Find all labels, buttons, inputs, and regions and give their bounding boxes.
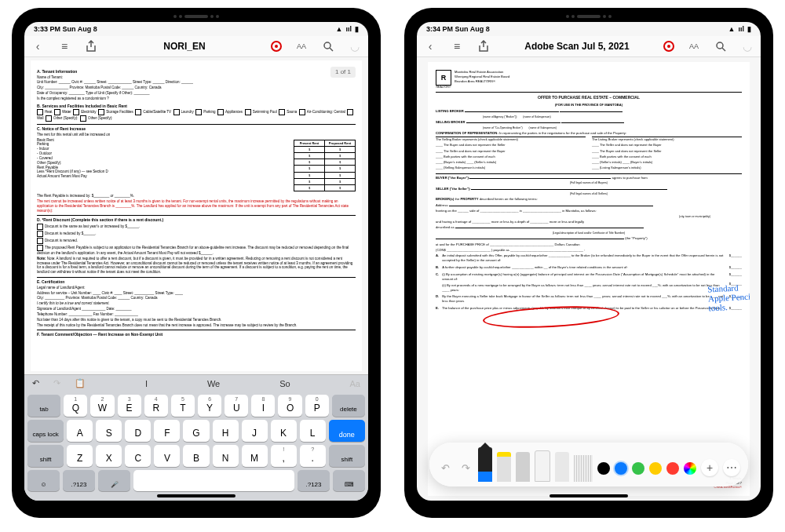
key-H[interactable]: H bbox=[213, 420, 239, 442]
key-M[interactable]: M bbox=[242, 445, 268, 467]
text-format-icon[interactable]: Aa bbox=[350, 379, 360, 388]
bookmark-icon[interactable]: ◡ bbox=[348, 39, 362, 53]
text-size-icon[interactable]: AA bbox=[687, 39, 701, 53]
predict-2[interactable]: We bbox=[207, 379, 220, 388]
key-space[interactable] bbox=[133, 470, 294, 491]
svg-point-0 bbox=[324, 42, 330, 49]
app-toolbar: ‹ ≡ Adobe Scan Jul 5, 2021 AA ◡ bbox=[417, 36, 761, 57]
status-bar: 3:34 PM Sun Aug 8 ▲ııl▮ bbox=[417, 22, 761, 36]
key-A[interactable]: A bbox=[67, 420, 93, 442]
key-N[interactable]: N bbox=[213, 445, 239, 467]
home-indicator[interactable] bbox=[550, 494, 628, 497]
doc-title: NORI_EN bbox=[111, 41, 258, 52]
key-tab[interactable]: tab bbox=[27, 395, 60, 417]
redo-icon[interactable]: ↷ bbox=[53, 378, 60, 388]
key-sym2[interactable]: .?123 bbox=[298, 470, 330, 491]
back-icon[interactable]: ‹ bbox=[31, 39, 45, 53]
predict-1[interactable]: I bbox=[145, 379, 148, 388]
text-size-icon[interactable]: AA bbox=[294, 39, 309, 53]
key-shift[interactable]: shift bbox=[27, 445, 64, 467]
markup-icon[interactable] bbox=[271, 41, 282, 52]
handwriting-annotation: StandardApple Penciltools. bbox=[707, 282, 750, 313]
key-O[interactable]: O9 bbox=[278, 395, 301, 417]
key-mic[interactable]: 🎤 bbox=[98, 470, 130, 491]
color-green[interactable] bbox=[632, 462, 644, 475]
lasso-tool[interactable] bbox=[555, 452, 569, 482]
ipad-right: 3:34 PM Sun Aug 8 ▲ııl▮ ‹ ≡ Adobe Scan J… bbox=[404, 8, 773, 518]
color-red[interactable] bbox=[666, 462, 679, 475]
key-S[interactable]: S bbox=[96, 420, 122, 442]
predict-3[interactable]: So bbox=[279, 379, 290, 388]
bookmark-icon[interactable]: ◡ bbox=[740, 39, 754, 53]
doc-title: Adobe Scan Jul 5, 2021 bbox=[503, 41, 651, 52]
key-done[interactable]: done bbox=[329, 420, 365, 442]
key-emoji[interactable]: ☺ bbox=[27, 470, 60, 491]
key-C[interactable]: C bbox=[125, 445, 151, 467]
document-page[interactable]: 1 of 1 A. Tenant Information Name of Ten… bbox=[31, 60, 362, 371]
key-K[interactable]: K bbox=[271, 420, 297, 442]
key-R[interactable]: R4 bbox=[144, 395, 168, 417]
page-indicator: 1 of 1 bbox=[330, 67, 356, 78]
signal-icon: ııl bbox=[345, 25, 352, 33]
battery-icon: ▮ bbox=[747, 25, 751, 33]
pencil-tool[interactable] bbox=[516, 452, 530, 482]
home-indicator[interactable] bbox=[157, 494, 236, 497]
key-comma[interactable]: ,! bbox=[271, 445, 297, 467]
key-X[interactable]: X bbox=[96, 445, 122, 467]
undo-icon[interactable]: ↶ bbox=[437, 460, 453, 476]
key-period[interactable]: .? bbox=[300, 445, 326, 467]
color-black[interactable] bbox=[597, 462, 610, 475]
keyboard-toolbar: ↶ ↷ 📋 I We So Aa bbox=[24, 374, 368, 392]
key-P[interactable]: P0 bbox=[305, 395, 329, 417]
add-icon[interactable]: + bbox=[701, 459, 718, 476]
document-page[interactable]: RREALTOR® Manitoba Real Estate Associati… bbox=[428, 62, 750, 496]
wifi-icon: ▲ bbox=[336, 25, 343, 33]
search-icon[interactable] bbox=[714, 39, 728, 53]
key-Q[interactable]: Q1 bbox=[64, 395, 87, 417]
key-I[interactable]: I8 bbox=[251, 395, 275, 417]
app-toolbar: ‹ ≡ NORI_EN AA ◡ bbox=[24, 36, 368, 57]
color-yellow[interactable] bbox=[649, 462, 662, 475]
battery-icon: ▮ bbox=[355, 25, 359, 33]
key-L[interactable]: L bbox=[300, 420, 326, 442]
key-W[interactable]: W2 bbox=[90, 395, 114, 417]
key-Y[interactable]: Y6 bbox=[198, 395, 221, 417]
list-icon[interactable]: ≡ bbox=[57, 39, 71, 53]
key-G[interactable]: G bbox=[183, 420, 209, 442]
eraser-tool[interactable] bbox=[535, 450, 550, 482]
share-icon[interactable] bbox=[84, 39, 98, 53]
redo-icon[interactable]: ↷ bbox=[458, 460, 473, 476]
key-capslock[interactable]: caps lock bbox=[27, 420, 64, 442]
list-icon[interactable]: ≡ bbox=[450, 39, 464, 53]
key-hide[interactable]: ⌨ bbox=[333, 470, 365, 491]
paste-icon[interactable]: 📋 bbox=[75, 378, 86, 388]
pen-tool[interactable] bbox=[478, 447, 492, 482]
ruler-tool[interactable] bbox=[574, 455, 593, 482]
key-sym[interactable]: .?123 bbox=[63, 470, 95, 491]
key-U[interactable]: U7 bbox=[225, 395, 248, 417]
key-Z[interactable]: Z bbox=[67, 445, 93, 467]
key-D[interactable]: D bbox=[125, 420, 151, 442]
search-icon[interactable] bbox=[321, 39, 335, 53]
key-T[interactable]: T5 bbox=[171, 395, 195, 417]
key-E[interactable]: E3 bbox=[118, 395, 141, 417]
key-delete[interactable]: delete bbox=[332, 395, 365, 417]
color-picker-icon[interactable] bbox=[684, 462, 696, 475]
color-blue[interactable] bbox=[615, 462, 627, 475]
status-bar: 3:33 PM Sun Aug 8 ▲ııl▮ bbox=[24, 22, 368, 36]
highlighter-tool[interactable] bbox=[497, 452, 511, 482]
key-V[interactable]: V bbox=[154, 445, 180, 467]
key-B[interactable]: B bbox=[183, 445, 209, 467]
wifi-icon: ▲ bbox=[728, 25, 736, 33]
signal-icon: ııl bbox=[738, 25, 744, 33]
more-icon[interactable]: ⋯ bbox=[723, 459, 740, 476]
undo-icon[interactable]: ↶ bbox=[32, 378, 39, 388]
ipad-left: 3:33 PM Sun Aug 8 ▲ııl▮ ‹ ≡ NORI_EN AA ◡… bbox=[12, 8, 381, 518]
key-shift[interactable]: shift bbox=[329, 445, 365, 467]
share-icon[interactable] bbox=[476, 39, 491, 53]
key-J[interactable]: J bbox=[242, 420, 268, 442]
markup-icon[interactable] bbox=[663, 41, 674, 52]
svg-point-1 bbox=[717, 42, 723, 49]
back-icon[interactable]: ‹ bbox=[423, 39, 437, 53]
key-F[interactable]: F bbox=[154, 420, 180, 442]
